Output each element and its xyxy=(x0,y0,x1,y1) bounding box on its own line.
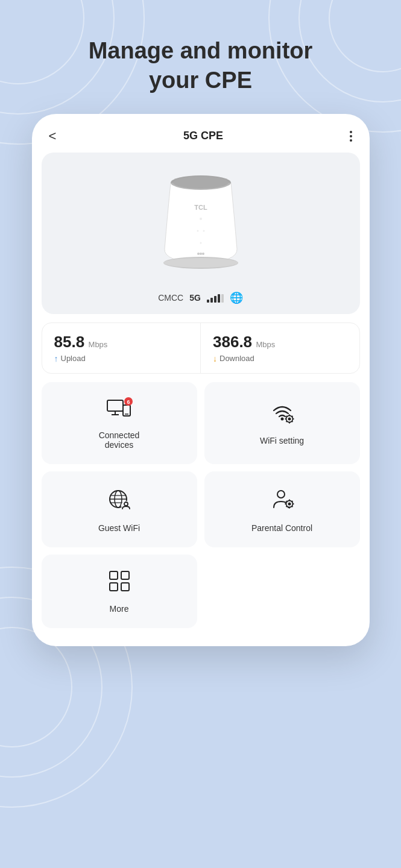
svg-point-8 xyxy=(197,253,200,255)
more-button[interactable]: More xyxy=(42,555,197,628)
upload-unit: Mbps xyxy=(89,340,108,349)
svg-text:TCL: TCL xyxy=(194,204,207,211)
svg-rect-50 xyxy=(121,571,129,579)
svg-text:6: 6 xyxy=(127,399,130,405)
dot xyxy=(350,131,352,133)
guest-wifi-label: Guest WiFi xyxy=(98,523,140,533)
guest-wifi-icon xyxy=(106,486,133,517)
signal-bar-1 xyxy=(207,300,209,303)
network-provider: CMCC xyxy=(158,293,183,303)
svg-point-10 xyxy=(202,253,204,255)
speed-stats: 85.8 Mbps ↑ Upload 386.8 Mbps ↓ Download xyxy=(42,322,360,374)
back-button[interactable]: < xyxy=(46,126,59,146)
svg-point-6 xyxy=(200,242,201,244)
svg-rect-51 xyxy=(110,583,118,591)
svg-rect-13 xyxy=(107,400,123,411)
download-unit: Mbps xyxy=(256,340,276,349)
more-menu-button[interactable] xyxy=(347,128,355,144)
network-type: 5G xyxy=(189,293,201,303)
connected-devices-button[interactable]: 6 Connecteddevices xyxy=(42,382,197,464)
page-title-label: 5G CPE xyxy=(183,130,223,142)
parental-control-button[interactable]: Parental Control xyxy=(204,471,360,547)
connected-devices-icon: 6 xyxy=(106,397,133,424)
phone-header: < 5G CPE xyxy=(32,114,370,153)
grid-menu: 6 Connecteddevices xyxy=(42,382,360,628)
svg-line-46 xyxy=(292,506,293,507)
parental-control-icon xyxy=(269,486,295,517)
svg-point-4 xyxy=(197,230,198,231)
svg-point-40 xyxy=(288,502,291,505)
svg-line-28 xyxy=(292,421,293,422)
svg-point-2 xyxy=(173,177,229,189)
signal-bar-4 xyxy=(218,294,220,303)
upload-label: ↑ Upload xyxy=(54,354,189,363)
more-label: More xyxy=(110,604,129,614)
wifi-setting-label: WiFi setting xyxy=(260,436,304,445)
upload-stat: 85.8 Mbps ↑ Upload xyxy=(42,323,201,373)
signal-bar-3 xyxy=(214,296,216,303)
download-value: 386.8 xyxy=(213,333,252,351)
dot xyxy=(350,139,352,142)
upload-value: 85.8 xyxy=(54,333,85,351)
svg-rect-49 xyxy=(110,571,118,579)
dot xyxy=(350,135,352,137)
phone-mockup: < 5G CPE TCL xyxy=(32,114,370,646)
page-title: Manage and monitor your CPE xyxy=(0,0,401,114)
guest-wifi-button[interactable]: Guest WiFi xyxy=(42,471,197,547)
svg-line-29 xyxy=(292,416,293,417)
connected-devices-label: Connecteddevices xyxy=(99,430,140,450)
parental-control-label: Parental Control xyxy=(251,523,312,533)
signal-bar-2 xyxy=(210,298,213,303)
wifi-setting-icon xyxy=(269,401,295,430)
svg-line-27 xyxy=(286,416,287,417)
svg-point-3 xyxy=(200,218,202,220)
download-stat: 386.8 Mbps ↓ Download xyxy=(201,323,359,373)
svg-point-22 xyxy=(288,417,291,420)
svg-rect-52 xyxy=(121,583,129,591)
network-info: CMCC 5G 🌐 xyxy=(158,291,243,304)
svg-line-48 xyxy=(286,506,287,507)
svg-line-30 xyxy=(286,421,287,422)
svg-point-5 xyxy=(203,230,204,231)
svg-line-45 xyxy=(286,501,287,502)
svg-point-12 xyxy=(163,258,238,268)
svg-line-47 xyxy=(292,501,293,502)
router-image: TCL xyxy=(147,165,255,285)
signal-bar-5 xyxy=(221,294,224,303)
upload-arrow-icon: ↑ xyxy=(54,354,58,363)
download-arrow-icon: ↓ xyxy=(213,354,217,363)
svg-point-20 xyxy=(280,417,283,420)
svg-point-38 xyxy=(277,491,285,498)
globe-icon: 🌐 xyxy=(230,291,243,304)
signal-bars xyxy=(207,293,224,303)
more-icon xyxy=(107,569,131,598)
router-area: TCL CMCC 5G 🌐 xyxy=(42,153,360,314)
download-label: ↓ Download xyxy=(213,354,347,363)
svg-point-9 xyxy=(200,253,202,255)
wifi-setting-button[interactable]: WiFi setting xyxy=(204,382,360,464)
